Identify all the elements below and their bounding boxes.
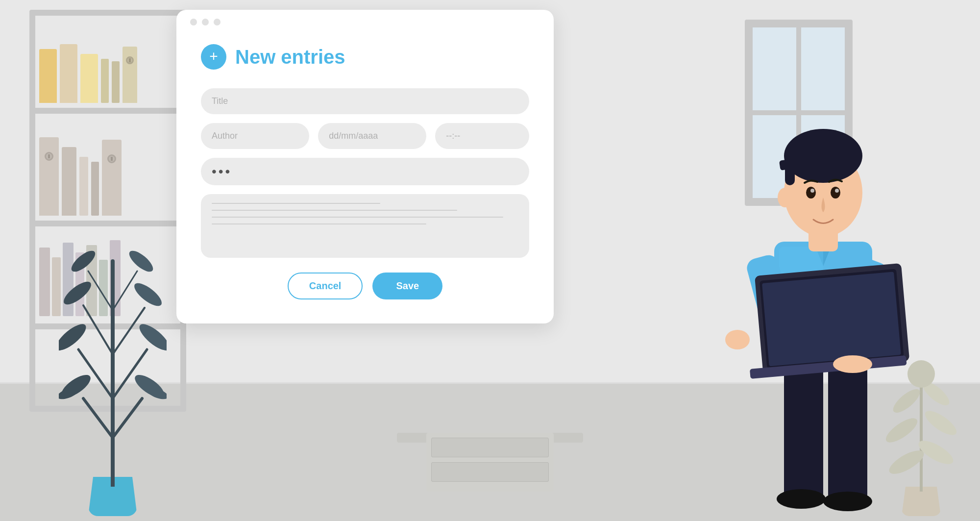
time-input[interactable] bbox=[435, 123, 529, 149]
svg-line-8 bbox=[113, 271, 137, 310]
author-date-time-row bbox=[201, 123, 529, 149]
window-control-dot-1 bbox=[190, 19, 197, 25]
main-card: + New entries Cancel Save bbox=[176, 10, 554, 323]
svg-point-52 bbox=[835, 189, 839, 193]
person-illustration bbox=[706, 80, 941, 521]
plant-left bbox=[59, 212, 167, 516]
plus-circle-icon: + bbox=[201, 44, 226, 70]
buttons-row: Cancel Save bbox=[201, 273, 529, 299]
svg-line-6 bbox=[113, 308, 145, 354]
svg-rect-30 bbox=[828, 354, 867, 501]
svg-rect-41 bbox=[762, 272, 901, 366]
card-header: + New entries bbox=[201, 44, 529, 70]
svg-point-51 bbox=[810, 189, 814, 193]
author-input[interactable] bbox=[201, 123, 309, 149]
drawer-1 bbox=[431, 438, 549, 457]
binders-top bbox=[39, 39, 137, 103]
drawer-unit bbox=[426, 433, 554, 492]
drawer-2 bbox=[431, 462, 549, 482]
window-control-dot-3 bbox=[214, 19, 220, 25]
textarea-line-1 bbox=[212, 203, 380, 204]
binders-mid bbox=[39, 127, 122, 216]
card-title: New entries bbox=[235, 46, 345, 68]
svg-point-43 bbox=[833, 355, 872, 373]
plus-symbol: + bbox=[209, 49, 218, 64]
window-controls bbox=[190, 19, 220, 25]
svg-point-14 bbox=[131, 279, 165, 310]
dots-field-container bbox=[201, 158, 529, 185]
svg-line-2 bbox=[113, 398, 142, 438]
cancel-button[interactable]: Cancel bbox=[288, 273, 363, 299]
svg-point-13 bbox=[60, 278, 95, 308]
svg-point-32 bbox=[823, 492, 872, 511]
title-input[interactable] bbox=[201, 88, 529, 114]
shelf-shelf-1 bbox=[29, 108, 186, 114]
desk-area bbox=[397, 394, 583, 492]
room-background: + New entries Cancel Save bbox=[0, 0, 980, 521]
textarea-container bbox=[201, 194, 529, 258]
textarea-line-4 bbox=[212, 223, 426, 224]
svg-point-53 bbox=[778, 188, 792, 207]
svg-line-1 bbox=[83, 398, 113, 438]
svg-point-49 bbox=[806, 187, 816, 198]
svg-point-15 bbox=[68, 248, 98, 275]
dots-input[interactable] bbox=[201, 158, 529, 185]
svg-line-3 bbox=[78, 349, 113, 398]
textarea-line-3 bbox=[212, 217, 503, 218]
svg-point-50 bbox=[831, 187, 840, 198]
svg-point-16 bbox=[126, 248, 156, 275]
svg-rect-29 bbox=[784, 354, 823, 501]
date-input[interactable] bbox=[318, 123, 426, 149]
plant-leaves-left bbox=[59, 212, 167, 487]
svg-line-7 bbox=[88, 271, 113, 310]
svg-line-5 bbox=[83, 305, 113, 354]
person-svg bbox=[706, 80, 941, 521]
svg-line-4 bbox=[113, 349, 147, 398]
save-button[interactable]: Save bbox=[372, 273, 442, 299]
window-control-dot-2 bbox=[202, 19, 209, 25]
textarea-line-2 bbox=[212, 210, 457, 211]
svg-point-38 bbox=[725, 330, 750, 349]
svg-point-31 bbox=[777, 489, 826, 509]
title-field-container bbox=[201, 88, 529, 114]
